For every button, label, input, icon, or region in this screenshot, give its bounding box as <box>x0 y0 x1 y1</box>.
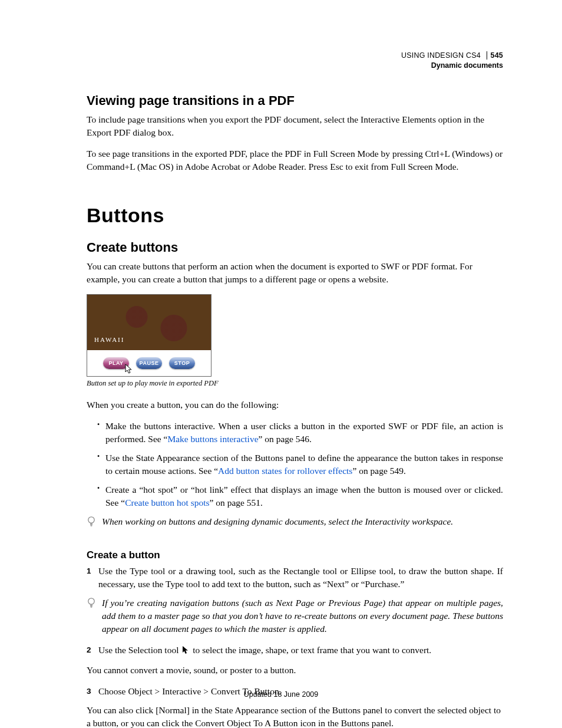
heading-create-a-button: Create a button <box>87 549 503 561</box>
svg-point-0 <box>88 517 94 523</box>
body-text: You can also click [Normal] in the State… <box>87 704 503 728</box>
tip-note: If you’re creating navigation buttons (s… <box>87 597 503 635</box>
lightbulb-icon <box>87 597 96 609</box>
selection-tool-icon <box>182 645 189 658</box>
svg-point-1 <box>88 598 94 604</box>
footer-updated: Updated 18 June 2009 <box>0 690 562 699</box>
tip-note: When working on buttons and designing dy… <box>87 515 503 528</box>
page-number: 545 <box>487 51 503 60</box>
link-create-hot-spots[interactable]: Create button hot spots <box>125 498 209 508</box>
step-item: Use the Selection tool to select the ima… <box>87 644 503 658</box>
heading-viewing-transitions: Viewing page transitions in a PDF <box>87 93 503 108</box>
list-item: Make the buttons interactive. When a use… <box>97 420 503 446</box>
cursor-icon <box>125 364 133 376</box>
lightbulb-icon <box>87 516 96 528</box>
body-text: To see page transitions in the exported … <box>87 147 503 173</box>
bullet-list: Make the buttons interactive. When a use… <box>97 420 503 509</box>
numbered-steps: Use the Selection tool to select the ima… <box>87 644 503 658</box>
tip-text: If you’re creating navigation buttons (s… <box>102 598 503 634</box>
body-text: You can create buttons that perform an a… <box>87 260 503 286</box>
header-product: USING INDESIGN CS4 <box>401 51 481 60</box>
body-text: When you create a button, you can do the… <box>87 398 503 411</box>
figure-label: HAWAII <box>94 336 124 343</box>
running-header: USING INDESIGN CS4 545 Dynamic documents <box>401 51 503 71</box>
link-add-button-states[interactable]: Add button states for rollover effects <box>218 466 352 476</box>
heading-create-buttons: Create buttons <box>87 240 503 255</box>
list-item: Use the State Appearance section of the … <box>97 452 503 477</box>
figure-stop-button: STOP <box>169 357 195 369</box>
figure-pause-button: PAUSE <box>136 357 162 369</box>
body-text: You cannot convert a movie, sound, or po… <box>87 664 503 677</box>
step-item: Use the Type tool or a drawing tool, suc… <box>87 565 503 591</box>
body-text: To include page transitions when you exp… <box>87 113 503 139</box>
list-item: Create a “hot spot” or “hot link” effect… <box>97 483 503 509</box>
figure-caption: Button set up to play movie in exported … <box>87 379 503 388</box>
tip-text: When working on buttons and designing dy… <box>102 516 453 526</box>
figure-screenshot: HAWAII PLAY PAUSE STOP <box>87 294 211 377</box>
link-make-buttons-interactive[interactable]: Make buttons interactive <box>167 434 258 444</box>
figure: HAWAII PLAY PAUSE STOP Button set up to … <box>87 294 503 388</box>
header-section: Dynamic documents <box>401 61 503 71</box>
heading-buttons: Buttons <box>87 204 503 227</box>
numbered-steps: Use the Type tool or a drawing tool, suc… <box>87 565 503 591</box>
